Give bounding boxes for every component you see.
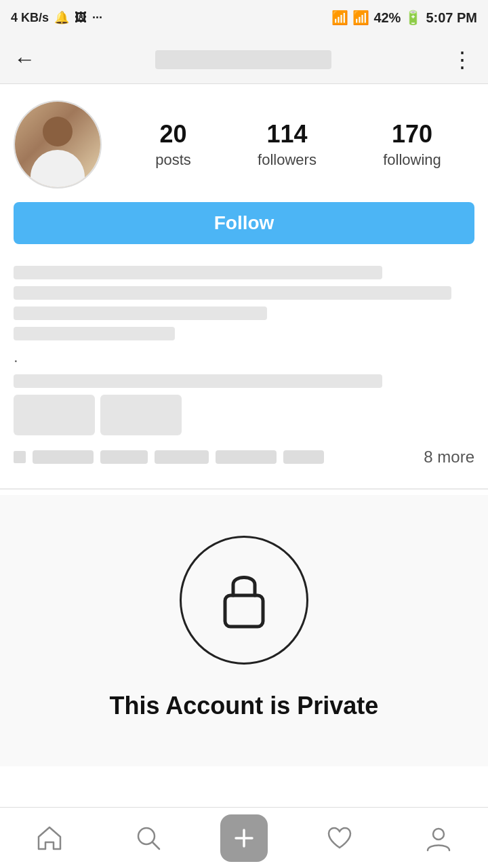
top-nav: ← ⋮ [0,35,488,84]
follow-button[interactable]: Follow [14,202,474,244]
bio-image-2 [100,395,182,435]
posts-label: posts [155,151,191,169]
following-label: following [383,151,441,169]
avatar [14,100,102,189]
svg-rect-0 [225,595,263,627]
tag-3 [155,450,209,464]
search-nav-item[interactable] [121,818,176,859]
notification-icon: 🔔 [54,10,69,25]
add-icon [230,825,258,852]
following-count: 170 [392,120,432,149]
tag-1 [33,450,94,464]
bio-line-1 [14,266,382,279]
posts-stat: 20 posts [155,120,191,169]
home-nav-item[interactable] [22,818,77,859]
svg-line-2 [152,842,159,849]
data-indicator: 4 KB/s [11,11,49,25]
followers-label: followers [258,151,317,169]
time: 5:07 PM [426,10,477,26]
profile-icon [424,823,453,853]
bio-section: . 8 more [0,266,488,483]
profile-top: 20 posts 114 followers 170 following [14,100,474,189]
lock-icon [210,561,278,639]
more-options-button[interactable]: ⋮ [451,47,474,73]
activity-nav-item[interactable] [312,818,367,859]
signal-icon: 📶 [352,9,369,26]
svg-point-5 [433,829,444,840]
lock-circle [180,536,308,665]
home-icon [35,823,64,853]
tag-icon [14,451,26,463]
followers-stat[interactable]: 114 followers [258,120,317,169]
profile-section: 20 posts 114 followers 170 following Fol… [0,84,488,266]
followers-count: 114 [266,120,307,149]
battery-icon: 🔋 [405,9,422,26]
heart-icon [325,823,354,853]
dot-separator: . [14,344,474,369]
bio-image-1 [14,395,95,435]
status-bar: 4 KB/s 🔔 🖼 ··· 📶 📶 42% 🔋 5:07 PM [0,0,488,35]
profile-nav-item[interactable] [411,818,466,859]
avatar-image [15,102,100,187]
wifi-icon: 📶 [331,9,348,26]
bio-line-5 [14,374,382,388]
tagged-row: 8 more [14,442,474,472]
battery-text: 42% [373,10,401,26]
username-blurred [155,50,331,69]
status-left: 4 KB/s 🔔 🖼 ··· [11,10,102,25]
more-icon: ··· [92,11,102,25]
image-icon: 🖼 [75,11,87,25]
private-section: This Account is Private [0,495,488,766]
bio-line-3 [14,307,267,320]
posts-count: 20 [159,120,186,149]
back-button[interactable]: ← [14,47,35,72]
tag-5 [283,450,324,464]
status-right: 📶 📶 42% 🔋 5:07 PM [331,9,477,26]
more-label[interactable]: 8 more [424,448,474,467]
bottom-nav [0,807,488,868]
search-icon [134,823,163,853]
stats-container: 20 posts 114 followers 170 following [122,120,474,169]
add-nav-item[interactable] [220,814,268,862]
following-stat[interactable]: 170 following [383,120,441,169]
private-account-title: This Account is Private [110,692,379,720]
tag-2 [100,450,148,464]
bio-line-4 [14,327,175,340]
section-divider [0,488,488,490]
bio-line-2 [14,286,451,300]
tag-4 [216,450,277,464]
